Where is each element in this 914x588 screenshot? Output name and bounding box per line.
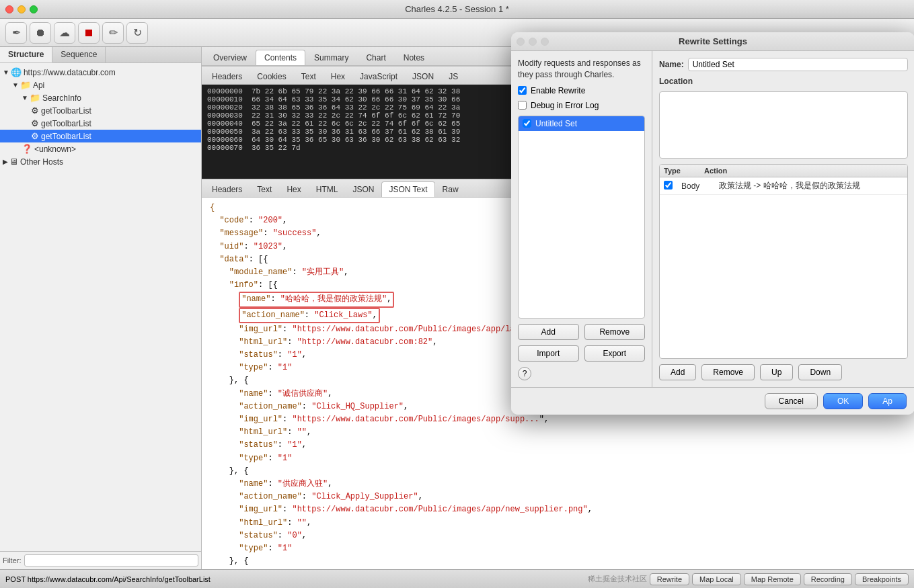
dialog-close[interactable] bbox=[517, 38, 525, 46]
json-val: "http://www.datacubr.com:82" bbox=[297, 337, 433, 347]
rules-add-btn[interactable]: Add bbox=[659, 364, 696, 380]
tree-item-unknown[interactable]: ❓ <unknown> bbox=[0, 142, 201, 155]
location-label: Location bbox=[659, 77, 908, 86]
rewrite-settings-dialog: Rewrite Settings Modify requests and res… bbox=[511, 32, 914, 415]
close-button[interactable] bbox=[5, 5, 13, 13]
rules-down-btn[interactable]: Down bbox=[798, 364, 842, 380]
cloud-btn[interactable]: ☁ bbox=[54, 22, 75, 44]
refresh-btn[interactable]: ↻ bbox=[126, 22, 148, 44]
record-btn[interactable]: ⏺ bbox=[30, 22, 51, 44]
dialog-maximize[interactable] bbox=[541, 38, 549, 46]
filter-label: Filter: bbox=[3, 556, 22, 564]
ok-btn[interactable]: OK bbox=[823, 393, 863, 409]
debug-error-log-checkbox[interactable] bbox=[518, 101, 527, 110]
map-local-btn[interactable]: Map Local bbox=[692, 573, 741, 585]
rules-up-btn[interactable]: Up bbox=[760, 364, 793, 380]
rewrite-btn[interactable]: Rewrite bbox=[650, 573, 689, 585]
add-set-btn[interactable]: Add bbox=[518, 324, 579, 340]
json-val: "Click_Laws" bbox=[314, 310, 372, 320]
json-key: "img_url" bbox=[239, 505, 282, 514]
resp-tab-jsontext[interactable]: JSON Text bbox=[381, 181, 434, 197]
rule-checkbox[interactable] bbox=[664, 181, 673, 190]
tree-item-otherhosts[interactable]: ▶ 🖥 Other Hosts bbox=[0, 155, 201, 168]
json-val: "1" bbox=[287, 440, 302, 450]
tab-contents[interactable]: Contents bbox=[256, 50, 305, 65]
tab-overview[interactable]: Overview bbox=[204, 50, 256, 65]
json-key: "img_url" bbox=[239, 325, 282, 334]
json-key: "type" bbox=[239, 544, 268, 553]
cancel-btn[interactable]: Cancel bbox=[765, 393, 818, 409]
tree-item-api[interactable]: ▼ 📁 Api bbox=[0, 79, 201, 91]
rules-header: Type Action bbox=[660, 165, 907, 177]
json-val: "1" bbox=[287, 350, 302, 360]
resp-tab-text[interactable]: Text bbox=[250, 181, 279, 197]
tree-label: Other Hosts bbox=[20, 157, 63, 167]
name-input[interactable] bbox=[688, 58, 908, 71]
tree-item-toolbar1[interactable]: ⚙ getToolbarList bbox=[0, 104, 201, 117]
edit-btn[interactable]: ✏ bbox=[102, 22, 124, 44]
folder-icon: 📁 bbox=[20, 80, 31, 90]
tree-item-root[interactable]: ▼ 🌐 https://www.datacubr.com bbox=[0, 66, 201, 79]
resp-tab-raw[interactable]: Raw bbox=[435, 181, 466, 197]
resp-tab-headers[interactable]: Headers bbox=[204, 181, 250, 197]
tree-item-searchinfo[interactable]: ▼ 📁 SearchInfo bbox=[0, 91, 201, 104]
maximize-button[interactable] bbox=[30, 5, 38, 13]
filter-input[interactable] bbox=[24, 554, 199, 566]
arrow-icon: ▼ bbox=[12, 81, 19, 89]
req-tab-javascript[interactable]: JavaScript bbox=[352, 69, 405, 84]
json-key: "message" bbox=[219, 228, 263, 238]
import-btn[interactable]: Import bbox=[518, 345, 579, 362]
remove-set-btn[interactable]: Remove bbox=[584, 324, 646, 340]
arrow-icon: ▶ bbox=[3, 158, 8, 165]
tab-structure[interactable]: Structure bbox=[0, 47, 52, 62]
json-val: "1" bbox=[278, 363, 293, 372]
recording-btn[interactable]: Recording bbox=[804, 573, 852, 585]
rules-row[interactable]: Body 政策法规 -> 哈哈哈，我是假的政策法规 bbox=[660, 177, 907, 195]
json-key: "name" bbox=[239, 479, 268, 489]
json-val: "实用工具" bbox=[302, 267, 344, 277]
set-checkbox[interactable] bbox=[523, 119, 531, 128]
minimize-button[interactable] bbox=[17, 5, 26, 13]
enable-rewrite-checkbox[interactable] bbox=[518, 86, 527, 95]
breakpoints-btn[interactable]: Breakpoints bbox=[855, 573, 909, 585]
rules-remove-btn[interactable]: Remove bbox=[701, 364, 755, 380]
json-key: "status" bbox=[239, 440, 278, 450]
dialog-titlebar: Rewrite Settings bbox=[511, 32, 914, 51]
tab-summary[interactable]: Summary bbox=[305, 50, 357, 65]
json-val: "https://www.datacubr.com/Public/images/… bbox=[292, 325, 525, 334]
tree-item-toolbar2[interactable]: ⚙ getToolbarList bbox=[0, 117, 201, 130]
resp-tab-hex[interactable]: Hex bbox=[279, 181, 308, 197]
dialog-left-panel: Modify requests and responses as they pa… bbox=[511, 51, 652, 387]
dialog-minimize[interactable] bbox=[529, 38, 537, 46]
req-tab-cookies[interactable]: Cookies bbox=[250, 69, 293, 84]
stop-btn[interactable]: ⏹ bbox=[78, 22, 100, 44]
dialog-description: Modify requests and responses as they pa… bbox=[518, 58, 645, 81]
json-val: "1" bbox=[278, 544, 293, 553]
apply-btn[interactable]: Ap bbox=[868, 393, 907, 409]
req-tab-hex[interactable]: Hex bbox=[323, 69, 352, 84]
json-key: "html_url" bbox=[239, 518, 287, 528]
rule-check[interactable] bbox=[664, 181, 677, 192]
map-remote-btn[interactable]: Map Remote bbox=[744, 573, 801, 585]
name-row: Name: bbox=[659, 58, 908, 71]
arrow-icon: ▼ bbox=[3, 69, 9, 76]
tree-label: getToolbarList bbox=[41, 132, 91, 141]
json-key: "type" bbox=[239, 363, 268, 372]
tab-notes[interactable]: Notes bbox=[395, 50, 433, 65]
dialog-footer: Cancel OK Ap bbox=[511, 387, 914, 415]
dialog-set-item[interactable]: Untitled Set bbox=[519, 116, 644, 131]
req-tab-json[interactable]: JSON bbox=[405, 69, 441, 84]
export-btn[interactable]: Export bbox=[584, 345, 646, 362]
req-tab-js[interactable]: JS bbox=[441, 69, 465, 84]
pen-tool-btn[interactable]: ✒ bbox=[5, 22, 27, 44]
tree-item-toolbar3[interactable]: ⚙ getToolbarList bbox=[0, 130, 201, 142]
tab-chart[interactable]: Chart bbox=[357, 50, 394, 65]
tab-sequence[interactable]: Sequence bbox=[52, 47, 106, 62]
resp-tab-html[interactable]: HTML bbox=[309, 181, 346, 197]
resp-tab-json[interactable]: JSON bbox=[345, 181, 381, 197]
json-val: "0" bbox=[287, 531, 302, 540]
req-tab-headers[interactable]: Headers bbox=[204, 69, 250, 84]
dialog-body: Modify requests and responses as they pa… bbox=[511, 51, 914, 387]
help-btn[interactable]: ? bbox=[518, 367, 531, 380]
req-tab-text[interactable]: Text bbox=[294, 69, 323, 84]
